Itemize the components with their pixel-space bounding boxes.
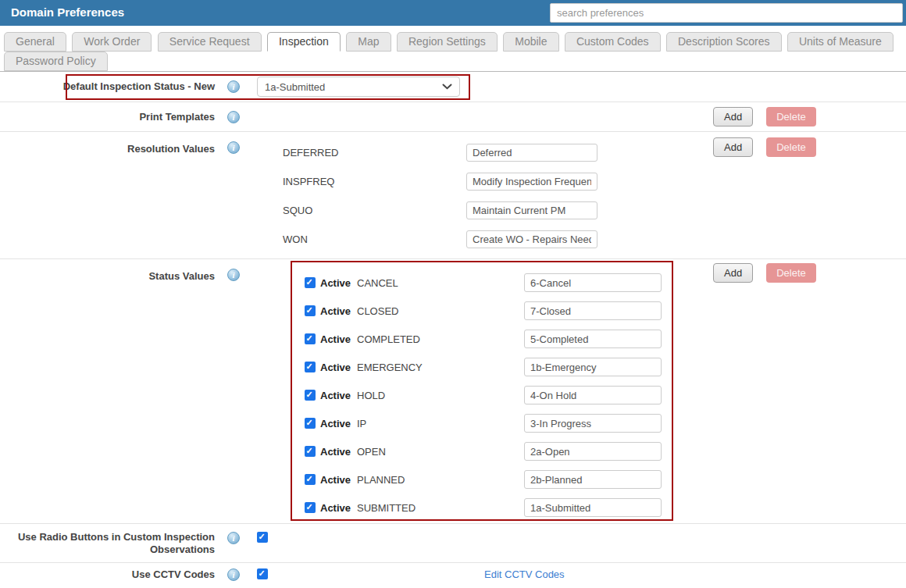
row-status-values: Status Values i Active CANCEL Active CLO… [0, 259, 906, 524]
field-label: Use CCTV Codes [0, 568, 215, 581]
tab-password-policy[interactable]: Password Policy [4, 52, 108, 71]
row-use-radio-buttons: Use Radio Buttons in Custom Inspection O… [0, 524, 906, 563]
status-value-input[interactable] [524, 301, 662, 320]
active-checkbox[interactable] [305, 418, 316, 429]
active-checkbox[interactable] [305, 502, 316, 513]
resolution-value-input[interactable] [466, 201, 597, 219]
active-checkbox[interactable] [305, 474, 316, 485]
tab-description-scores[interactable]: Description Scores [666, 32, 782, 52]
status-row: Active OPEN [305, 437, 906, 465]
field-label: Default Inspection Status - New [0, 80, 215, 93]
info-icon[interactable]: i [227, 80, 240, 93]
search-input[interactable] [550, 3, 903, 23]
info-icon[interactable]: i [227, 532, 240, 544]
use-radio-buttons-checkbox[interactable] [257, 532, 268, 543]
status-key: HOLD [357, 390, 524, 401]
info-icon[interactable]: i [227, 111, 240, 123]
status-key: IP [357, 418, 524, 429]
resolution-key: WON [283, 233, 466, 245]
active-label: Active [320, 333, 352, 345]
status-value-input[interactable] [524, 386, 662, 404]
active-checkbox[interactable] [305, 390, 316, 401]
resolution-row: WON [283, 225, 906, 254]
status-value-input[interactable] [524, 358, 662, 376]
tab-map[interactable]: Map [346, 32, 391, 52]
status-row: Active SUBMITTED [305, 494, 906, 522]
tab-bar: General Work Order Service Request Inspe… [0, 26, 906, 72]
status-key: CANCEL [357, 277, 524, 289]
tab-work-order[interactable]: Work Order [72, 32, 152, 52]
active-checkbox[interactable] [305, 446, 316, 457]
active-label: Active [320, 474, 352, 486]
info-icon[interactable]: i [227, 269, 240, 281]
active-checkbox[interactable] [305, 333, 316, 344]
delete-button[interactable]: Delete [766, 107, 816, 127]
active-label: Active [320, 305, 352, 317]
status-key: CLOSED [357, 305, 524, 317]
info-icon[interactable]: i [227, 141, 240, 154]
resolution-value-input[interactable] [466, 144, 597, 162]
delete-button[interactable]: Delete [766, 263, 816, 283]
status-value-input[interactable] [524, 273, 662, 292]
tab-service-request[interactable]: Service Request [158, 32, 262, 52]
status-key: PLANNED [357, 474, 524, 486]
field-label: Use Radio Buttons in Custom Inspection O… [0, 531, 215, 556]
status-row: Active IP [305, 409, 906, 437]
active-label: Active [320, 390, 352, 401]
resolution-row: INSPFREQ [283, 167, 906, 196]
use-cctv-codes-checkbox[interactable] [257, 568, 268, 579]
default-inspection-status-select[interactable]: 1a-Submitted [257, 77, 460, 97]
resolution-value-input[interactable] [466, 173, 597, 191]
status-value-input[interactable] [524, 498, 662, 517]
tab-region-settings[interactable]: Region Settings [397, 32, 498, 52]
status-row: Active EMERGENCY [305, 353, 906, 381]
add-button[interactable]: Add [713, 137, 753, 157]
active-checkbox[interactable] [305, 305, 316, 316]
resolution-key: INSPFREQ [283, 176, 466, 187]
resolution-key: SQUO [283, 205, 466, 216]
active-label: Active [320, 277, 352, 289]
field-label: Status Values [0, 259, 215, 283]
row-resolution-values: Resolution Values i DEFERRED INSPFREQ SQ… [0, 132, 906, 259]
tab-units-of-measure[interactable]: Units of Measure [787, 32, 894, 52]
add-button[interactable]: Add [713, 107, 753, 127]
tab-custom-codes[interactable]: Custom Codes [565, 32, 661, 52]
edit-cctv-codes-link[interactable]: Edit CCTV Codes [484, 568, 565, 580]
chevron-down-icon [442, 84, 452, 90]
row-default-inspection-status: Default Inspection Status - New i 1a-Sub… [0, 72, 906, 102]
status-row: Active PLANNED [305, 465, 906, 494]
status-key: COMPLETED [357, 333, 524, 345]
status-value-input[interactable] [524, 414, 662, 433]
tab-mobile[interactable]: Mobile [503, 32, 558, 52]
tab-inspection[interactable]: Inspection [267, 32, 341, 52]
page-title: Domain Preferences [11, 5, 124, 19]
active-label: Active [320, 446, 352, 458]
status-key: EMERGENCY [357, 362, 524, 373]
resolution-value-input[interactable] [466, 230, 597, 248]
status-value-input[interactable] [524, 470, 662, 489]
status-row: Active COMPLETED [305, 325, 906, 353]
active-label: Active [320, 362, 352, 373]
row-use-cctv-codes: Use CCTV Codes i Edit CCTV Codes [0, 563, 906, 588]
delete-button[interactable]: Delete [766, 137, 816, 157]
domain-preferences-page: Domain Preferences General Work Order Se… [0, 0, 906, 588]
status-value-input[interactable] [524, 330, 662, 348]
field-label: Resolution Values [0, 132, 215, 155]
app-header: Domain Preferences [0, 0, 906, 26]
tab-general[interactable]: General [4, 32, 66, 52]
active-checkbox[interactable] [305, 362, 316, 372]
active-label: Active [320, 418, 352, 429]
row-print-templates: Print Templates i Add Delete [0, 102, 906, 132]
status-value-input[interactable] [524, 442, 662, 461]
active-checkbox[interactable] [305, 277, 316, 288]
selected-option-text: 1a-Submitted [265, 81, 325, 93]
info-icon[interactable]: i [227, 568, 240, 581]
status-row: Active CLOSED [305, 297, 906, 325]
resolution-key: DEFERRED [283, 147, 466, 159]
resolution-row: SQUO [283, 196, 906, 225]
add-button[interactable]: Add [713, 263, 753, 283]
field-label: Print Templates [0, 111, 215, 123]
status-key: OPEN [357, 446, 524, 458]
status-row: Active HOLD [305, 381, 906, 409]
status-key: SUBMITTED [357, 502, 524, 514]
